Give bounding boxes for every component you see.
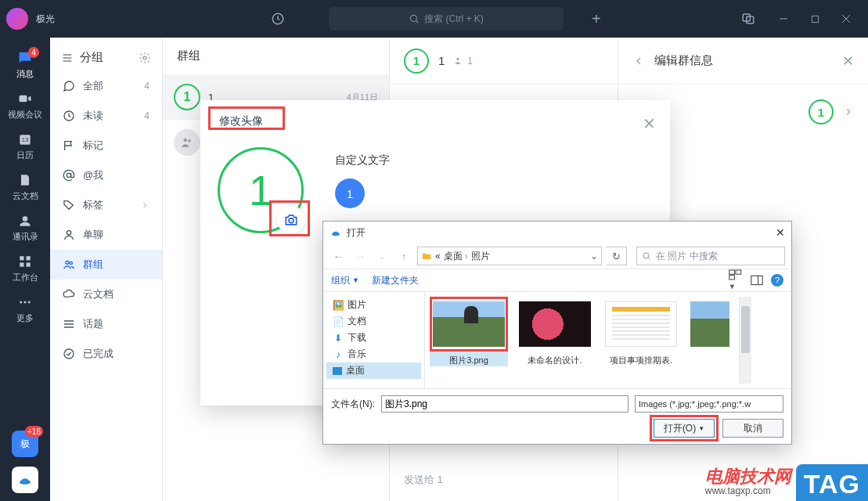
sidebar-item-topic[interactable]: 话题 (50, 309, 162, 339)
dialog-close-icon[interactable]: ✕ (776, 226, 785, 239)
nav-recent-icon[interactable]: ⌄ (373, 247, 391, 265)
dialog-titlebar: 打开 ✕ (323, 222, 791, 243)
view-mode-icon[interactable]: ▼ (729, 269, 743, 291)
apps-icon (16, 253, 34, 270)
camera-icon (283, 212, 299, 228)
svg-point-26 (66, 261, 69, 264)
badge: 4 (28, 47, 39, 58)
rail-cloud-doc[interactable]: 云文档 (0, 166, 50, 207)
sidebar-item-at[interactable]: @我 (50, 160, 162, 190)
maximize-button[interactable] (799, 7, 830, 31)
check-circle-icon (63, 348, 75, 360)
clock-icon (63, 110, 75, 122)
file-item[interactable]: 图片3.png (430, 297, 508, 366)
search-icon (642, 251, 651, 261)
document-icon: 📄 (333, 316, 344, 327)
desktop-icon (333, 367, 342, 375)
nav-forward-icon[interactable]: → (351, 247, 369, 265)
gear-icon[interactable] (139, 52, 151, 64)
modal-close-icon[interactable]: ✕ (643, 114, 656, 133)
filename-input[interactable] (381, 395, 628, 413)
file-item[interactable]: 未命名的设计. (516, 297, 594, 366)
group-icon (180, 135, 194, 150)
custom-text-preview[interactable]: 1 (335, 178, 365, 208)
camera-button[interactable] (277, 206, 305, 234)
new-folder-button[interactable]: 新建文件夹 (372, 274, 419, 287)
svg-rect-12 (20, 256, 23, 260)
tree-item-desktop[interactable]: 桌面 (326, 362, 421, 379)
sidebar-item-flag[interactable]: 标记 (50, 131, 162, 160)
preview-pane-icon[interactable] (751, 275, 763, 286)
nav-up-icon[interactable]: ↑ (395, 247, 412, 265)
svg-text:13: 13 (22, 136, 28, 143)
tree-item-pictures[interactable]: 🖼️图片 (326, 297, 421, 313)
rail-app-badge[interactable]: 极 +16 (12, 431, 38, 457)
close-icon[interactable]: ✕ (842, 52, 854, 70)
scrollbar[interactable] (739, 297, 751, 384)
svg-point-25 (67, 231, 70, 235)
sidebar-header: 分组 (50, 44, 162, 71)
window-controls (768, 7, 862, 31)
member-count[interactable]: 1 (454, 56, 473, 67)
dialog-search-input[interactable]: 在 照片 中搜索 (636, 247, 785, 265)
tree-item-music[interactable]: ♪音乐 (326, 346, 421, 362)
sidebar-item-single[interactable]: 单聊 (50, 220, 162, 250)
translate-icon[interactable] (735, 5, 762, 32)
rail-more[interactable]: 更多 (0, 288, 50, 329)
chat-avatar[interactable]: 1 (404, 49, 429, 74)
rail-app-secondary[interactable] (12, 467, 38, 493)
app-name: 极光 (36, 13, 55, 26)
dialog-toolbar: 组织 ▼ 新建文件夹 ▼ ? (323, 269, 791, 292)
rail-contacts[interactable]: 通讯录 (0, 207, 50, 247)
svg-rect-35 (729, 276, 735, 279)
open-button[interactable]: 打开(O) ▼ (654, 419, 715, 438)
custom-text-label: 自定义文字 (335, 153, 390, 168)
refresh-icon[interactable]: ↻ (607, 247, 627, 265)
svg-rect-34 (729, 270, 735, 274)
cancel-button[interactable]: 取消 (722, 419, 783, 438)
flag-icon (63, 139, 75, 152)
address-bar[interactable]: « 桌面› 照片 ⌄ (417, 247, 602, 265)
organize-menu[interactable]: 组织 ▼ (331, 274, 359, 287)
people-icon (454, 56, 464, 66)
search-input[interactable]: 搜索 (Ctrl + K) (329, 7, 564, 31)
group-avatar: 1 (174, 84, 200, 110)
chat-bubble-icon (63, 80, 75, 92)
filter-combo[interactable]: Images (*.jpg;*.jpeg;*.png;*.w (635, 395, 783, 413)
rail-messages[interactable]: 4 消息 (0, 44, 50, 85)
svg-point-16 (20, 301, 22, 303)
file-item[interactable] (688, 297, 731, 351)
sidebar-item-tag[interactable]: 标签 (50, 190, 162, 220)
topic-icon (63, 318, 75, 330)
topbar: 极光 搜索 (Ctrl + K) + (0, 0, 868, 38)
svg-point-30 (188, 139, 191, 142)
tree-item-documents[interactable]: 📄文档 (326, 313, 421, 330)
svg-point-24 (67, 173, 70, 177)
help-icon[interactable]: ? (771, 274, 783, 287)
file-thumbnail (690, 301, 729, 347)
minimize-button[interactable] (768, 7, 799, 31)
svg-rect-37 (751, 276, 762, 284)
sidebar-item-all[interactable]: 全部 4 (50, 71, 162, 101)
rail-calendar[interactable]: 13 日历 (0, 125, 50, 166)
history-icon[interactable] (265, 5, 291, 32)
nav-back-icon[interactable]: ← (330, 247, 347, 265)
file-item[interactable]: 项目事项排期表. (602, 297, 680, 366)
sidebar-item-group[interactable]: 群组 (50, 250, 162, 279)
download-icon: ⬇ (333, 333, 344, 344)
rail-video[interactable]: 视频会议 (0, 85, 50, 125)
app-logo (6, 8, 28, 30)
sidebar-item-cloud[interactable]: 云文档 (50, 279, 162, 309)
sidebar-item-unread[interactable]: 未读 4 (50, 101, 162, 131)
file-thumbnail (519, 301, 591, 347)
tree-item-downloads[interactable]: ⬇下载 (326, 330, 421, 346)
close-button[interactable] (830, 7, 862, 31)
svg-rect-14 (20, 262, 23, 266)
add-button[interactable]: + (592, 10, 601, 28)
back-icon[interactable] (632, 55, 645, 67)
rail-workbench[interactable]: 工作台 (0, 247, 50, 288)
panel-header: 编辑群信息 ✕ (618, 38, 868, 85)
svg-point-29 (184, 139, 188, 142)
chevron-down-icon[interactable]: ⌄ (590, 250, 598, 261)
sidebar-item-done[interactable]: 已完成 (50, 339, 162, 369)
